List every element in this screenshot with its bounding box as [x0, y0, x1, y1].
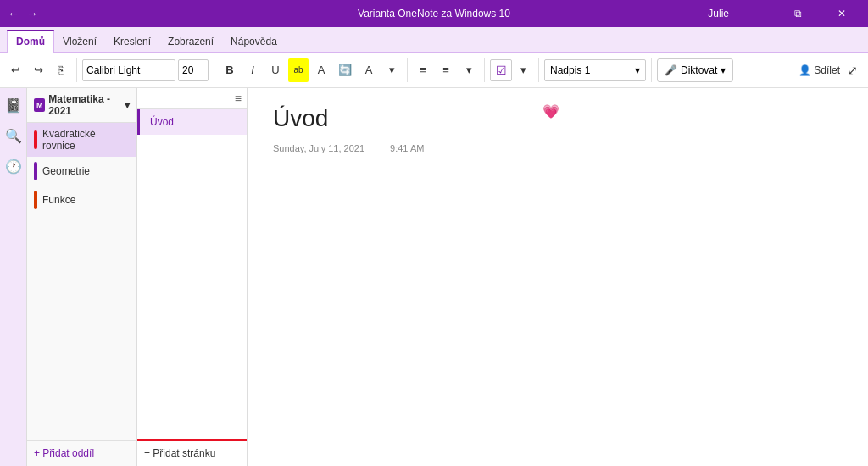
restore-button[interactable]: ⧉: [778, 0, 817, 27]
checkbox-group: ☑ ▾: [490, 58, 533, 82]
expand-button[interactable]: ⤢: [843, 58, 863, 82]
user-name: Julie: [708, 8, 729, 19]
search-icon-btn[interactable]: 🔍: [3, 125, 24, 146]
tab-draw[interactable]: Kreslení: [105, 31, 159, 52]
recent-icon-btn[interactable]: 🕐: [3, 156, 24, 176]
title-bar: ← → Varianta OneNote za Windows 10 Julie…: [0, 0, 868, 27]
bullet-list-button[interactable]: ≡: [413, 58, 433, 82]
section-item-kvadraticke[interactable]: Kvadratické rovnice: [27, 123, 136, 157]
title-bar-right: Julie ─ ⧉ ✕: [708, 0, 861, 27]
section-color-dot: [34, 130, 37, 149]
page-time: 9:41 AM: [390, 143, 424, 153]
section-label: Kvadratické rovnice: [42, 128, 130, 152]
underline-button[interactable]: U: [265, 58, 286, 82]
clear-format-button[interactable]: 🔄: [334, 58, 356, 82]
pages-header: ≡: [137, 88, 247, 109]
sections-footer: + Přidat oddíl: [27, 440, 136, 466]
section-label: Geometrie: [42, 165, 90, 177]
style-dropdown-icon: ▾: [635, 64, 640, 76]
section-color-dot: [34, 191, 37, 209]
toolbar: ↩ ↪ ⎘ B I U ab A 🔄 A ▾ ≡ ≡ ▾ ☑ ▾ Nadpis …: [0, 53, 868, 88]
separator-4: [484, 58, 485, 82]
redo-button[interactable]: ↪: [28, 58, 48, 82]
pages-panel: ≡ Úvod + Přidat stránku: [137, 88, 248, 466]
notebook-icon-btn[interactable]: 📓: [3, 95, 24, 115]
section-item-funkce[interactable]: Funkce: [27, 186, 136, 214]
tab-help[interactable]: Nápověda: [222, 31, 286, 52]
dropdown-arrow-1[interactable]: ▾: [381, 58, 402, 82]
undo-button[interactable]: ↩: [5, 58, 25, 82]
minimize-button[interactable]: ─: [734, 0, 773, 27]
ribbon-tabs: Domů Vložení Kreslení Zobrazení Nápověda: [0, 27, 868, 53]
heart-icon: 💗: [542, 103, 559, 119]
page-title-display: Úvod: [273, 105, 328, 136]
tab-view[interactable]: Zobrazení: [159, 31, 222, 52]
share-button[interactable]: 👤 Sdílet: [798, 64, 840, 76]
mic-icon: 🎤: [665, 64, 677, 76]
forward-button[interactable]: →: [25, 7, 39, 20]
font-format2-button[interactable]: A: [359, 58, 379, 82]
dictate-button[interactable]: 🎤 Diktovat ▾: [657, 58, 733, 82]
numbered-list-button[interactable]: ≡: [436, 58, 456, 82]
page-meta: Sunday, July 11, 2021 9:41 AM: [273, 143, 843, 153]
share-label: Sdílet: [814, 64, 840, 76]
pages-footer: + Přidat stránku: [137, 439, 247, 466]
style-selector[interactable]: Nadpis 1 ▾: [544, 59, 646, 81]
notebook-header[interactable]: M Matematika - 2021 ▾: [27, 88, 136, 123]
back-button[interactable]: ←: [7, 7, 20, 20]
checkbox-dropdown[interactable]: ▾: [513, 58, 533, 82]
style-label: Nadpis 1: [550, 64, 590, 76]
tab-insert[interactable]: Vložení: [54, 31, 105, 52]
separator-3: [407, 58, 408, 82]
section-color-dot: [34, 162, 37, 180]
title-bar-left: ← →: [7, 7, 39, 20]
page-item-uvod[interactable]: Úvod: [137, 109, 247, 135]
section-label: Funkce: [42, 194, 75, 206]
notebook-icon: M: [34, 98, 45, 112]
separator-6: [651, 58, 652, 82]
app-title: Varianta OneNote za Windows 10: [358, 8, 510, 19]
notebook-dropdown-icon: ▾: [125, 99, 130, 111]
notebook-name: Matematika - 2021: [48, 93, 121, 117]
font-name-input[interactable]: [82, 59, 175, 81]
dictate-label: Diktovat: [681, 64, 717, 76]
add-page-button[interactable]: + Přidat stránku: [144, 447, 240, 459]
checkbox-button[interactable]: ☑: [490, 59, 512, 81]
main-layout: 📓 🔍 🕐 M Matematika - 2021 ▾ Kvadratické …: [0, 88, 868, 466]
font-size-input[interactable]: [178, 59, 209, 81]
share-icon: 👤: [798, 64, 811, 76]
clipboard-button[interactable]: ⎘: [51, 58, 71, 82]
separator-2: [214, 58, 214, 82]
sections-panel: M Matematika - 2021 ▾ Kvadratické rovnic…: [27, 88, 137, 466]
separator-1: [76, 58, 77, 82]
sort-pages-button[interactable]: ≡: [235, 92, 242, 105]
section-item-geometrie[interactable]: Geometrie: [27, 157, 136, 186]
highlight-button[interactable]: ab: [288, 58, 309, 82]
icon-bar: 📓 🔍 🕐: [0, 88, 27, 466]
list-dropdown-button[interactable]: ▾: [459, 58, 479, 82]
content-area: Úvod 💗 Sunday, July 11, 2021 9:41 AM: [248, 88, 868, 466]
tab-home[interactable]: Domů: [7, 30, 54, 53]
font-color-button[interactable]: A: [311, 58, 331, 82]
page-date: Sunday, July 11, 2021: [273, 143, 364, 153]
bold-button[interactable]: B: [220, 58, 240, 82]
close-button[interactable]: ✕: [822, 0, 861, 27]
separator-5: [538, 58, 539, 82]
italic-button[interactable]: I: [242, 58, 263, 82]
add-section-button[interactable]: + Přidat oddíl: [34, 447, 130, 459]
dictate-dropdown: ▾: [721, 64, 726, 76]
